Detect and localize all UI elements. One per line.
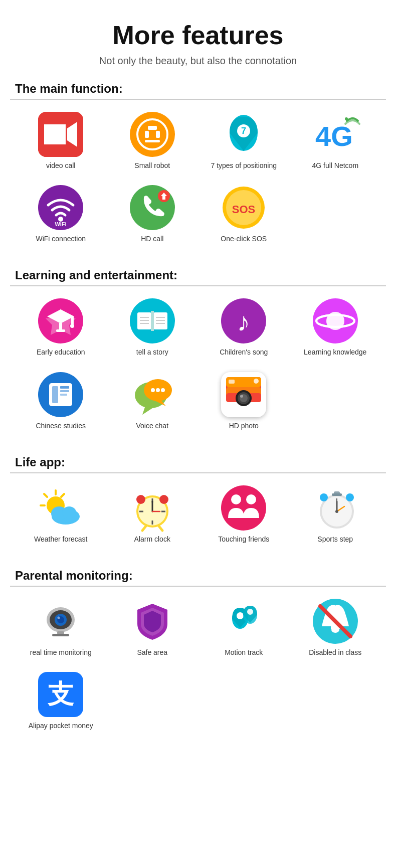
section-divider-learning (10, 285, 386, 286)
svg-line-90 (158, 526, 162, 531)
wifi-label: WiFi connection (36, 234, 86, 243)
safe-area-icon (130, 599, 175, 644)
hd-photo-icon (221, 372, 266, 417)
section-main-function: The main function: video call (10, 82, 386, 253)
svg-point-68 (254, 379, 259, 384)
tell-story-icon (130, 298, 175, 343)
svg-point-67 (240, 395, 243, 398)
motion-track-label: Motion track (225, 648, 263, 657)
svg-rect-7 (145, 140, 160, 142)
voice-chat-label: Voice chat (136, 421, 168, 430)
svg-rect-51 (60, 394, 67, 396)
icon-item-hd-call: HD call (107, 185, 199, 243)
svg-point-98 (320, 493, 328, 501)
section-divider (10, 99, 386, 100)
chinese-studies-label: Chinese studies (36, 421, 86, 430)
early-education-icon (38, 298, 83, 343)
alarm-clock-label: Alarm clock (134, 535, 170, 544)
4g-label: 4G full Netcom (312, 161, 358, 170)
svg-rect-50 (60, 390, 69, 392)
svg-point-28 (70, 324, 74, 328)
sos-icon: SOS (221, 185, 266, 230)
svg-rect-32 (151, 311, 154, 331)
weather-icon (38, 485, 83, 531)
icon-item-weather: Weather forecast (15, 485, 107, 544)
svg-point-113 (237, 612, 244, 619)
svg-point-18 (130, 185, 175, 230)
page-title: More features (10, 20, 386, 50)
learning-knowledge-label: Learning knowledge (304, 348, 366, 357)
disabled-in-class-label: Disabled in class (309, 648, 361, 657)
svg-point-92 (231, 494, 241, 504)
section-learning: Learning and entertainment: (10, 268, 386, 440)
svg-text:支: 支 (47, 679, 74, 709)
svg-point-87 (136, 495, 145, 504)
svg-text:4G: 4G (315, 120, 353, 152)
weather-label: Weather forecast (34, 535, 87, 544)
svg-point-108 (58, 616, 60, 619)
4g-icon: 4G (313, 112, 358, 157)
section-divider-life (10, 472, 386, 473)
svg-point-14 (345, 117, 348, 120)
icon-item-small-robot: Small robot (107, 112, 199, 170)
touching-friends-icon (221, 485, 266, 531)
section-parental: Parental monitoring: (10, 569, 386, 740)
svg-point-56 (151, 388, 155, 392)
svg-rect-5 (145, 131, 149, 138)
life-app-grid: Weather forecast (10, 485, 386, 554)
early-education-label: Early education (37, 348, 85, 357)
svg-point-99 (346, 493, 354, 501)
motion-track-icon (221, 599, 266, 644)
svg-line-74 (44, 494, 47, 497)
svg-point-58 (161, 388, 165, 392)
svg-rect-49 (60, 386, 69, 389)
svg-text:WiFi: WiFi (55, 221, 67, 227)
svg-point-57 (156, 388, 160, 392)
svg-point-103 (335, 510, 338, 513)
svg-text:7: 7 (241, 126, 246, 136)
icon-item-disabled-in-class: Disabled in class (290, 599, 381, 657)
svg-rect-69 (229, 380, 235, 384)
icon-item-sports-step: Sports step (290, 485, 381, 544)
parental-grid: real time monitoring Safe area (10, 599, 386, 740)
svg-marker-53 (142, 407, 154, 415)
svg-rect-6 (156, 131, 160, 138)
disabled-in-class-icon (313, 599, 358, 644)
icon-item-learning-knowledge: Learning knowledge (290, 298, 381, 357)
icon-item-childrens-song: ♪ Children's song (198, 298, 290, 357)
svg-rect-48 (52, 386, 58, 403)
icon-item-touching-friends: Touching friends (198, 485, 290, 544)
real-time-monitoring-label: real time monitoring (30, 648, 92, 657)
sports-step-icon (313, 485, 358, 531)
childrens-song-label: Children's song (220, 348, 268, 357)
icon-item-4g: 4G 4G full Netcom (290, 112, 381, 170)
alipay-label: Alipay pocket money (29, 721, 93, 730)
chinese-studies-icon (38, 372, 83, 417)
section-header-parental: Parental monitoring: (10, 569, 386, 583)
voice-chat-icon (130, 372, 175, 417)
sos-label: One-click SOS (221, 234, 267, 243)
icon-item-chinese-studies: Chinese studies (15, 372, 107, 430)
main-function-grid: video call Small robot (10, 112, 386, 253)
svg-point-78 (62, 506, 76, 518)
section-life-app: Life app: (10, 455, 386, 554)
svg-point-88 (159, 495, 168, 504)
positioning-icon: 7 (221, 112, 266, 157)
icon-item-positioning: 7 7 types of positioning (198, 112, 290, 170)
icon-item-early-education: Early education (15, 298, 107, 357)
alarm-clock-icon (130, 485, 175, 531)
tell-story-label: tell a story (136, 348, 168, 357)
childrens-song-icon: ♪ (221, 298, 266, 343)
icon-item-alarm-clock: Alarm clock (107, 485, 199, 544)
icon-item-motion-track: Motion track (198, 599, 290, 657)
svg-rect-25 (59, 323, 62, 330)
svg-text:SOS: SOS (232, 203, 255, 216)
learning-grid: Early education (10, 298, 386, 440)
icon-item-real-time-monitoring: real time monitoring (15, 599, 107, 657)
svg-marker-1 (44, 124, 66, 144)
hd-photo-label: HD photo (229, 421, 259, 430)
small-robot-label: Small robot (134, 161, 170, 170)
svg-line-75 (61, 494, 64, 497)
svg-rect-26 (56, 329, 65, 332)
wifi-icon: WiFi (38, 185, 83, 230)
